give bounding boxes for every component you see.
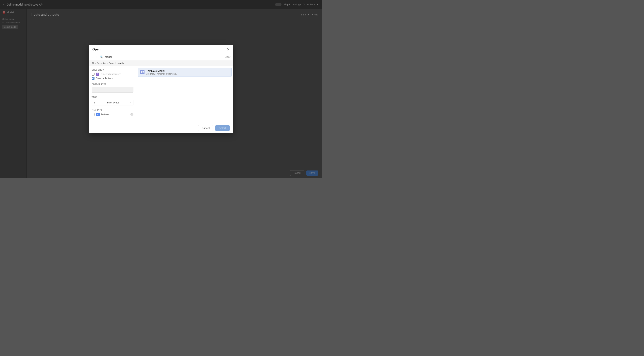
dataset-checkbox[interactable] [92,113,94,116]
breadcrumb-favorites[interactable]: Favorites [97,62,106,65]
result-item[interactable]: Template Model /Foundry Frontend/Foundry… [138,68,232,77]
clear-search-button[interactable]: Clear [225,56,230,58]
object-datasources-icon: ⬡ [96,73,99,76]
selectable-items-checkbox[interactable] [92,77,94,80]
file-type-section: FILE TYPE ▦ Dataset 1 [92,109,134,116]
tag-icon: 🏷 [94,101,96,104]
breadcrumb: All › Favorites › Search results [89,61,233,66]
tags-title: TAGS [92,96,134,98]
template-model-icon [140,70,144,74]
object-type-title: OBJECT TYPE [92,83,134,86]
search-icon: 🔍 [100,55,103,59]
svg-rect-3 [141,72,142,73]
file-type-title: FILE TYPE [92,109,134,111]
selectable-items-row: Selectable items [92,77,134,80]
tags-section: TAGS 🏷 Filter by tag › [92,96,134,105]
object-type-input[interactable] [92,87,134,93]
result-path: /Foundry Frontend/Foundry ML/ [146,73,230,75]
dataset-count: 1 [130,113,134,116]
modal-cancel-button[interactable]: Cancel [198,125,213,131]
back-nav-button[interactable]: ‹ [92,55,94,59]
result-info: Template Model /Foundry Frontend/Foundry… [146,69,230,75]
modal-title: Open [92,48,100,51]
forward-nav-button[interactable]: › [96,55,98,59]
breadcrumb-sep-1: › [95,62,96,65]
svg-rect-0 [140,70,144,74]
svg-rect-2 [142,71,144,72]
object-datasources-checkbox[interactable] [92,73,94,76]
modal-overlay: Open ✕ ‹ › 🔍 Clear All › Favorites › Sea… [0,0,322,178]
object-datasources-row: ⬡ Object datasources [92,73,134,76]
result-name: Template Model [146,69,230,72]
open-dialog: Open ✕ ‹ › 🔍 Clear All › Favorites › Sea… [89,45,233,133]
object-type-section: OBJECT TYPE [92,83,134,93]
search-bar: ‹ › 🔍 Clear [89,53,233,61]
only-show-title: ONLY SHOW [92,69,134,71]
modal-select-button[interactable]: Select [215,125,230,131]
modal-footer: Cancel Select [89,123,233,133]
selectable-items-label: Selectable items [96,77,114,80]
modal-header: Open ✕ [89,45,233,53]
only-show-section: ONLY SHOW ⬡ Object datasources Selectabl… [92,69,134,80]
svg-rect-1 [141,71,142,72]
modal-body: ONLY SHOW ⬡ Object datasources Selectabl… [89,66,233,123]
breadcrumb-search-results[interactable]: Search results [109,62,124,65]
modal-close-button[interactable]: ✕ [227,48,230,51]
svg-rect-4 [142,72,144,73]
filter-by-tag-button[interactable]: 🏷 Filter by tag › [92,100,134,105]
breadcrumb-sep-2: › [107,62,108,65]
filter-panel: ONLY SHOW ⬡ Object datasources Selectabl… [89,66,136,123]
breadcrumb-all[interactable]: All [92,62,94,65]
dataset-icon: ▦ [96,113,100,116]
results-panel: Template Model /Foundry Frontend/Foundry… [136,66,233,123]
filter-by-tag-label: Filter by tag [107,101,120,104]
search-input[interactable] [105,55,223,58]
tag-chevron-right-icon: › [130,101,131,104]
object-datasources-label: Object datasources [101,73,121,76]
dataset-row: ▦ Dataset 1 [92,113,134,116]
dataset-label: Dataset [101,113,109,116]
